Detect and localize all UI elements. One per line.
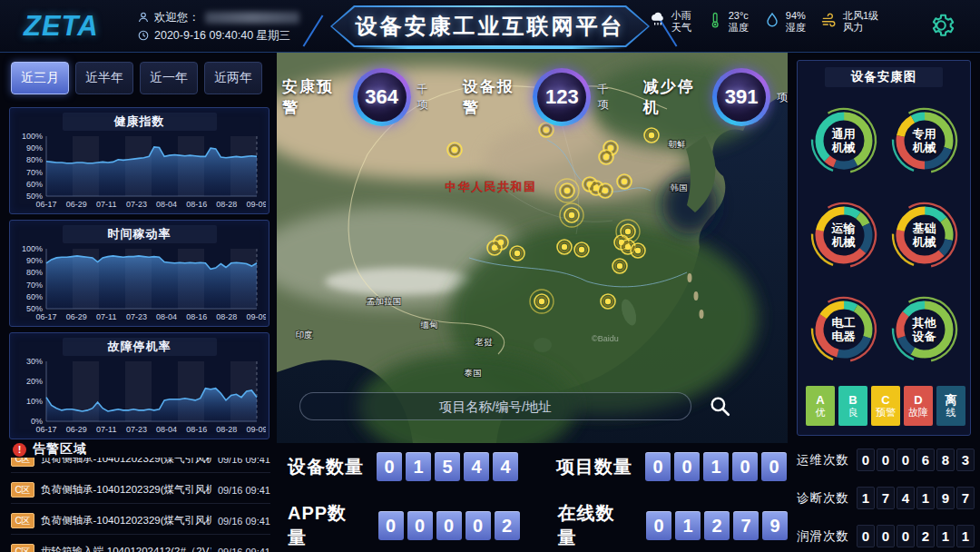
svg-text:80%: 80% (25, 268, 42, 277)
digit-display: 00100 (645, 452, 787, 481)
legend-cell[interactable]: A优 (806, 386, 835, 426)
gauge-item[interactable]: 基础机械 (884, 188, 965, 282)
counter-label: 项目数量 (556, 455, 632, 479)
svg-text:06-29: 06-29 (65, 200, 86, 209)
thermometer-icon (706, 11, 724, 33)
alert-time: 09/16 09:41 (218, 485, 270, 496)
alert-list: C区负荷侧轴承-10401202329(煤气引风机电...09/16 09:41… (11, 458, 270, 552)
map-marker[interactable] (599, 150, 613, 164)
svg-text:08-04: 08-04 (156, 312, 177, 321)
weather-item: 北风1级风力 (820, 10, 878, 34)
map-marker[interactable] (617, 174, 632, 189)
map-marker[interactable] (631, 243, 645, 258)
map-marker[interactable] (574, 242, 589, 257)
humidity-drop-icon (763, 11, 781, 33)
svg-text:韩国: 韩国 (671, 182, 688, 192)
line-chart: 100%90%80%70%60%50%06-1706-2907-1107-230… (10, 245, 269, 325)
svg-text:08-28: 08-28 (216, 312, 237, 321)
legend-cell[interactable]: C预警 (871, 386, 900, 426)
gauge-item[interactable]: 其他设备 (884, 282, 965, 377)
page-title: 设备安康工业互联网平台 (356, 12, 625, 41)
counter-label: 设备数量 (288, 455, 364, 479)
counter-label: APP数量 (288, 501, 366, 550)
weather-item: 94%湿度 (763, 10, 806, 34)
svg-text:06-29: 06-29 (65, 425, 86, 434)
alert-row[interactable]: C区负荷侧轴承-10401202329(煤气引风机电...09/16 09:41 (11, 508, 270, 535)
svg-text:09-09: 09-09 (246, 425, 266, 434)
map-search (299, 392, 691, 420)
svg-text:07-23: 07-23 (125, 200, 146, 209)
svg-text:08-16: 08-16 (186, 312, 207, 321)
filter-button[interactable]: 近三月 (11, 62, 69, 94)
svg-text:90%: 90% (25, 143, 42, 153)
svg-text:©Baidu: ©Baidu (592, 334, 619, 343)
svg-text:100%: 100% (21, 133, 42, 141)
svg-text:80%: 80% (25, 155, 42, 164)
filter-button[interactable]: 近两年 (204, 62, 262, 94)
gauge-item[interactable]: 电工电器 (803, 282, 884, 377)
svg-text:08-04: 08-04 (156, 200, 177, 209)
wind-icon (820, 11, 838, 33)
svg-text:30%: 30% (25, 358, 42, 366)
title-underline (354, 46, 626, 49)
digit-display: 01544 (377, 452, 518, 481)
search-icon[interactable] (708, 394, 731, 418)
alert-row[interactable]: C区负荷侧轴承-10401202329(煤气引风机电...09/16 09:41 (11, 458, 270, 473)
zeta-logo: ZETA (24, 10, 99, 43)
legend-cell[interactable]: B良 (838, 386, 867, 426)
map-marker[interactable] (487, 241, 502, 255)
grade-legend: A优B良C预警D故障离线 (806, 386, 965, 426)
map-marker[interactable] (557, 240, 572, 254)
gauge-item[interactable]: 通用机械 (803, 94, 884, 188)
filter-button[interactable]: 近一年 (140, 62, 198, 94)
map-marker[interactable] (644, 128, 659, 143)
alert-area-title: 告警区域 (33, 441, 87, 458)
svg-text:09-09: 09-09 (246, 312, 266, 321)
datetime-text: 2020-9-16 09:40:40 星期三 (154, 26, 290, 44)
alert-text: 齿轮箱输入端-10401202412(2#（2V）... (41, 545, 211, 552)
side-counter-row: 运维次数000683 (797, 448, 975, 471)
side-counter-label: 诊断次数 (797, 490, 853, 507)
legend-cell[interactable]: 离线 (936, 386, 965, 426)
time-utilization-chart-panel: 时间稼动率 100%90%80%70%60%50%06-1706-2907-11… (9, 220, 270, 327)
alert-time: 09/16 09:41 (218, 547, 270, 552)
filter-button[interactable]: 近半年 (75, 62, 133, 94)
welcome-label: 欢迎您： (154, 8, 200, 26)
svg-text:泰国: 泰国 (465, 368, 482, 378)
map-marker[interactable] (447, 143, 462, 157)
svg-text:09-09: 09-09 (246, 200, 266, 209)
svg-text:07-11: 07-11 (96, 200, 116, 209)
weather-item: 小雨天气 (649, 10, 691, 34)
panel-title: 设备安康图 (825, 67, 943, 87)
legend-cell[interactable]: D故障 (904, 386, 933, 426)
top-bar: ZETA 欢迎您： 2020-9-16 09:40:40 星期三 设备安康工业互… (0, 0, 980, 53)
map-marker[interactable] (601, 294, 615, 309)
svg-text:70%: 70% (25, 168, 42, 177)
svg-text:06-17: 06-17 (35, 200, 56, 209)
kpi-reduced-downtime: 减少停机 391 项 (643, 68, 788, 126)
map-marker[interactable] (510, 246, 524, 261)
search-input[interactable] (300, 393, 691, 419)
zone-badge: C区 (11, 544, 34, 552)
alert-row[interactable]: C区负荷侧轴承-10401202329(煤气引风机电...09/16 09:41 (11, 477, 270, 504)
map-marker[interactable] (612, 259, 627, 273)
alert-row[interactable]: C区齿轮箱输入端-10401202412(2#（2V）...09/16 09:4… (11, 538, 270, 552)
alert-time: 09/16 09:41 (218, 458, 270, 465)
svg-text:07-11: 07-11 (96, 425, 116, 434)
gauge-item[interactable]: 运输机械 (803, 188, 884, 282)
gauge-item[interactable]: 专用机械 (884, 94, 965, 188)
svg-text:08-28: 08-28 (216, 425, 237, 434)
map-marker[interactable] (598, 183, 612, 198)
svg-text:70%: 70% (25, 281, 42, 290)
svg-text:07-11: 07-11 (96, 312, 116, 321)
digit-display: 000211 (857, 525, 975, 547)
side-counter-label: 运维次数 (797, 452, 853, 468)
svg-text:06-17: 06-17 (35, 425, 56, 434)
svg-text:06-29: 06-29 (65, 312, 86, 321)
gauge-grid: 通用机械专用机械运输机械基础机械电工电器其他设备 (803, 94, 965, 377)
svg-text:缅甸: 缅甸 (421, 320, 438, 330)
rain-cloud-icon (649, 11, 667, 33)
gear-icon[interactable] (927, 12, 955, 39)
svg-text:印度: 印度 (296, 330, 313, 340)
weather-item: 23°c温度 (706, 10, 749, 34)
